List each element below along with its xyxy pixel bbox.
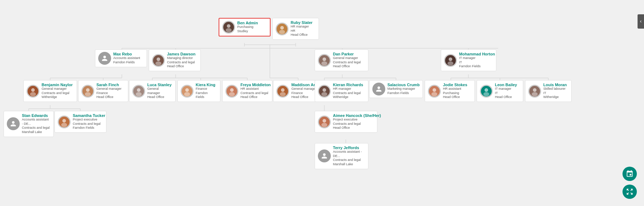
avatar-louis-moran bbox=[528, 85, 541, 98]
node-kieran-richards[interactable]: Kieran RichardsHR managerContracts and l… bbox=[315, 80, 368, 102]
avatar-ruby-slater bbox=[276, 23, 288, 35]
node-detail-jodie-stokes-2: Head Office bbox=[443, 95, 467, 99]
node-detail-mohammad-horton-0: IT manager bbox=[459, 56, 495, 60]
node-detail-mohammad-horton-1: IT bbox=[459, 60, 495, 65]
node-name-leon-bailey: Leon Bailey bbox=[495, 83, 517, 87]
node-detail-louis-moran-2: Witheridge bbox=[543, 95, 567, 99]
node-detail-james-dawson-0: Managing director bbox=[167, 56, 195, 60]
avatar-placeholder-max-rebo bbox=[98, 52, 111, 65]
svg-point-47 bbox=[321, 61, 328, 65]
node-terry-jeffords[interactable]: Terry JeffordsAccounts assistant - DE...… bbox=[315, 143, 368, 169]
node-name-samantha-tucker: Samantha Tucker bbox=[73, 113, 105, 118]
node-name-salacious-crumb: Salacious Crumb bbox=[387, 83, 420, 87]
node-kiera-king[interactable]: Kiera KingFinanceFarndon Fields bbox=[177, 80, 220, 102]
node-jodie-stokes[interactable]: Jodie StokesHR assistantPurchasingHead O… bbox=[425, 80, 475, 102]
node-info-salacious-crumb: Salacious CrumbMarketing managerFarndon … bbox=[387, 83, 420, 95]
node-name-jodie-stokes: Jodie Stokes bbox=[443, 83, 467, 87]
node-name-louis-moran: Louis Moran bbox=[543, 83, 567, 87]
node-name-stan-edwards: Stan Edwards bbox=[22, 113, 51, 118]
node-name-ben-admin: Ben Admin bbox=[237, 21, 258, 25]
node-detail-sarah-finch-1: Finance bbox=[96, 91, 121, 95]
svg-point-41 bbox=[279, 30, 285, 34]
node-info-freya-middleton: Freya MiddletonHR assistantContracts and… bbox=[240, 83, 271, 99]
node-detail-benjamin-naylor-2: Witheridge bbox=[42, 95, 73, 99]
node-info-stan-edwards: Stan EdwardsAccounts assistant - DE...Co… bbox=[22, 113, 51, 134]
avatar-sarah-finch bbox=[81, 85, 94, 98]
svg-point-43 bbox=[157, 57, 160, 61]
node-detail-ruby-slater-2: Head Office bbox=[291, 33, 313, 37]
node-dan-parker[interactable]: Dan ParkerGeneral managerContracts and l… bbox=[315, 49, 368, 71]
node-detail-ben-admin-1: Studley bbox=[237, 29, 258, 34]
avatar-leon-bailey bbox=[480, 85, 493, 98]
node-sarah-finch[interactable]: Sarah FinchGeneral managerFinanceHead Of… bbox=[78, 80, 128, 102]
node-detail-louis-moran-0: Skilled labourer bbox=[543, 87, 567, 91]
node-detail-kiera-king-0: Finance bbox=[196, 87, 217, 91]
node-detail-leon-bailey-1: IT bbox=[495, 91, 517, 95]
node-max-rebo[interactable]: Max ReboAccounts assistantFarndon Fields bbox=[95, 49, 147, 67]
node-detail-aimee-hancock-0: Project executive bbox=[333, 118, 381, 122]
node-louis-moran[interactable]: Louis MoranSkilled labourerITWitheridge bbox=[525, 80, 572, 102]
node-stan-edwards[interactable]: Stan EdwardsAccounts assistant - DE...Co… bbox=[4, 111, 54, 137]
node-name-max-rebo: Max Rebo bbox=[113, 52, 140, 56]
node-ruby-slater[interactable]: Ruby SlaterHR managerHRHead Office bbox=[272, 18, 319, 40]
node-ben-admin[interactable]: Ben AdminPurchasingStudley bbox=[219, 18, 271, 36]
svg-point-67 bbox=[281, 88, 285, 92]
svg-point-46 bbox=[323, 57, 326, 61]
node-salacious-crumb[interactable]: Salacious CrumbMarketing managerFarndon … bbox=[369, 80, 423, 98]
svg-point-56 bbox=[85, 92, 91, 96]
node-detail-louis-moran-1: IT bbox=[543, 91, 567, 95]
svg-point-38 bbox=[226, 28, 232, 33]
node-aimee-hancock[interactable]: Aimee Hancock (She/Her)Project executive… bbox=[315, 111, 377, 133]
avatar-jodie-stokes bbox=[428, 85, 441, 98]
node-detail-dan-parker-0: General manager bbox=[333, 56, 361, 60]
node-detail-leon-bailey-0: IT manager bbox=[495, 87, 517, 91]
node-james-dawson[interactable]: James DawsonManaging directorContracts a… bbox=[149, 49, 201, 71]
avatar-maddison-archer bbox=[276, 85, 289, 98]
node-detail-terry-jeffords-0: Accounts assistant - DE... bbox=[333, 150, 365, 158]
svg-point-79 bbox=[533, 88, 536, 92]
svg-point-74 bbox=[431, 92, 438, 96]
node-detail-leon-bailey-2: Head Office bbox=[495, 95, 517, 99]
svg-point-70 bbox=[323, 88, 326, 92]
avatar-kieran-richards bbox=[318, 85, 331, 98]
svg-point-59 bbox=[136, 92, 142, 96]
avatar-aimee-hancock bbox=[318, 116, 331, 128]
node-name-kieran-richards: Kieran Richards bbox=[333, 83, 363, 87]
node-info-terry-jeffords: Terry JeffordsAccounts assistant - DE...… bbox=[333, 146, 365, 167]
node-detail-benjamin-naylor-1: Contracts and legal bbox=[42, 91, 73, 95]
svg-point-37 bbox=[227, 24, 230, 28]
node-detail-james-dawson-2: Head Office bbox=[167, 64, 195, 69]
node-detail-max-rebo-0: Accounts assistant bbox=[113, 56, 140, 60]
node-detail-jodie-stokes-0: HR assistant bbox=[443, 87, 467, 91]
svg-point-52 bbox=[31, 88, 35, 92]
node-detail-kieran-richards-1: Contracts and legal bbox=[333, 91, 363, 95]
avatar-stan-edwards bbox=[7, 117, 20, 130]
node-detail-kieran-richards-2: Witheridge bbox=[333, 95, 363, 99]
avatar-benjamin-naylor bbox=[27, 85, 39, 98]
avatar-salacious-crumb bbox=[372, 83, 385, 95]
svg-point-44 bbox=[156, 61, 162, 65]
svg-point-50 bbox=[448, 61, 454, 65]
node-info-aimee-hancock: Aimee Hancock (She/Her)Project executive… bbox=[333, 113, 381, 130]
node-leon-bailey[interactable]: Leon BaileyIT managerITHead Office bbox=[477, 80, 523, 102]
node-samantha-tucker[interactable]: Samantha TuckerProject executiveContract… bbox=[54, 111, 106, 133]
avatar-placeholder-stan-edwards bbox=[7, 117, 20, 130]
node-benjamin-naylor[interactable]: Benjamin NaylorGeneral managerContracts … bbox=[23, 80, 77, 102]
avatar-placeholder-terry-jeffords bbox=[318, 149, 331, 162]
avatar-terry-jeffords bbox=[318, 149, 331, 162]
node-detail-salacious-crumb-1: Farndon Fields bbox=[387, 91, 420, 95]
node-name-kiera-king: Kiera King bbox=[196, 83, 217, 87]
expand-fab[interactable] bbox=[622, 185, 637, 199]
node-info-kieran-richards: Kieran RichardsHR managerContracts and l… bbox=[333, 83, 363, 99]
node-freya-middleton[interactable]: Freya MiddletonHR assistantContracts and… bbox=[222, 80, 272, 102]
node-detail-kiera-king-1: Farndon Fields bbox=[196, 91, 217, 99]
node-mohammad-horton[interactable]: Mohammad HortonIT managerITFarndon Field… bbox=[441, 49, 496, 71]
org-chart-fab[interactable] bbox=[622, 167, 637, 181]
node-name-james-dawson: James Dawson bbox=[167, 52, 195, 56]
node-info-kiera-king: Kiera KingFinanceFarndon Fields bbox=[196, 83, 217, 99]
node-detail-freya-middleton-1: Contracts and legal bbox=[240, 91, 271, 95]
avatar-dan-parker bbox=[318, 54, 331, 67]
node-luca-stanley[interactable]: Luca StanleyGeneral managerHead Office bbox=[129, 80, 176, 102]
node-detail-salacious-crumb-0: Marketing manager bbox=[387, 87, 420, 91]
side-panel-toggle[interactable] bbox=[638, 14, 644, 29]
